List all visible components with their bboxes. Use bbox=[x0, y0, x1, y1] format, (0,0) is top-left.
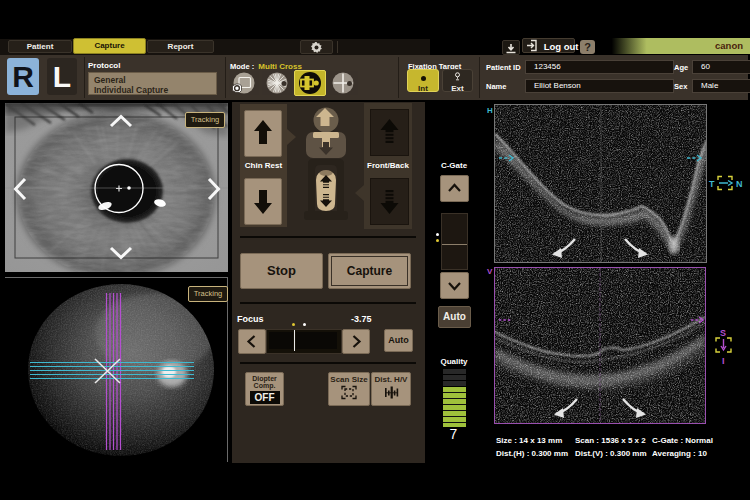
svg-text:T: T bbox=[709, 179, 715, 189]
svg-text:S: S bbox=[720, 328, 726, 338]
svg-text:I: I bbox=[722, 356, 725, 366]
svg-text:N: N bbox=[736, 179, 743, 189]
